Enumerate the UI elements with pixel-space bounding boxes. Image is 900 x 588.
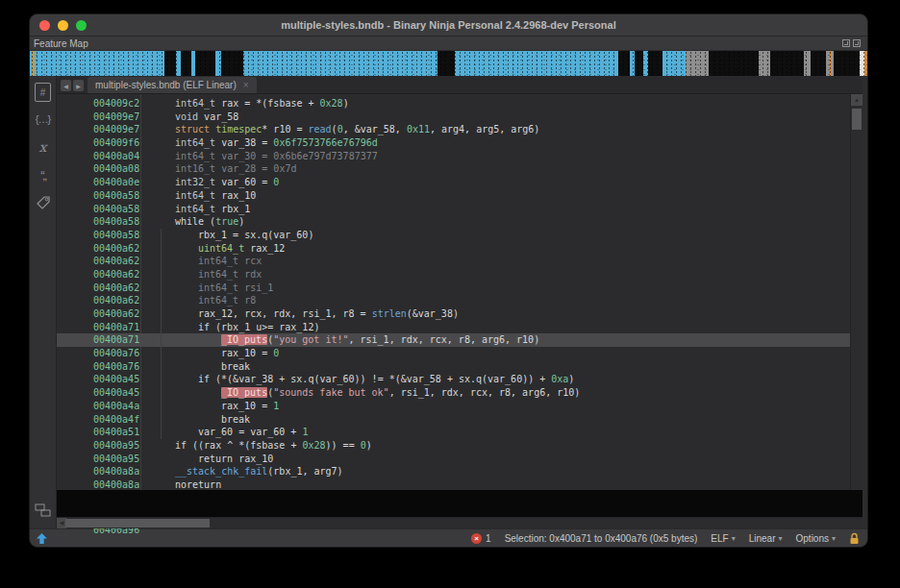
code-line[interactable]: 00400a58while (true) xyxy=(57,215,850,229)
code-line[interactable]: 00400a8anoreturn xyxy=(57,478,850,490)
code-token: 1 xyxy=(273,401,279,411)
tab-bar: ◀ ▶ multiple-styles.bndb (ELF Linear) × xyxy=(57,76,862,94)
scope-guide xyxy=(161,413,162,427)
code-token: timespec xyxy=(215,124,262,135)
code-line[interactable]: 00400a71if (rbx_1 u>= rax_12) xyxy=(57,321,850,334)
feature-map-band xyxy=(215,51,221,76)
code-line[interactable]: 00400a4arax_10 = 1 xyxy=(57,400,850,413)
feature-map-expand-icon[interactable] xyxy=(853,39,861,47)
code-line[interactable]: 004009e7struct timespec* r10 = read(0, &… xyxy=(57,123,850,136)
code-line[interactable]: 00400a58int64_t rax_10 xyxy=(57,189,850,203)
feature-map-popout-icon[interactable] xyxy=(842,39,850,47)
minimize-window-button[interactable] xyxy=(58,20,68,31)
code-token: uint64_t xyxy=(198,243,250,254)
code-token: 0x6f7573766e76796d xyxy=(273,137,377,148)
feature-map-band xyxy=(830,51,832,76)
line-address: 00400a51 xyxy=(93,426,139,439)
code-line[interactable]: 00400a76break xyxy=(57,360,850,374)
horizontal-scrollbar-thumb[interactable] xyxy=(65,519,210,527)
sidebar-toggle-arrow[interactable] xyxy=(36,532,48,545)
code-line[interactable]: 004009c2int64_t rax = *(fsbase + 0x28) xyxy=(57,97,850,110)
selection-info: Selection: 0x400a71 to 0x400a76 (0x5 byt… xyxy=(505,533,698,544)
horizontal-scrollbar[interactable]: ◀ xyxy=(57,517,862,528)
format-dropdown[interactable]: ELF ▾ xyxy=(711,533,735,544)
code-line[interactable]: 00400a08int16_t var_28 = 0x7d xyxy=(57,162,850,176)
tags-icon[interactable] xyxy=(33,192,54,213)
line-address: 00400a45 xyxy=(93,373,139,386)
code-token: int64_t xyxy=(175,151,221,161)
code-line[interactable]: 00400a51var_60 = var_60 + 1 xyxy=(57,426,850,439)
tab-close-icon[interactable]: × xyxy=(243,80,249,90)
feature-map-band xyxy=(864,51,867,76)
code-line[interactable]: 00400a62int64_t rcx xyxy=(57,255,850,268)
vertical-scrollbar-thumb[interactable] xyxy=(852,109,862,130)
code-line[interactable]: 00400a04int64_t var_30 = 0x6b6e797d73787… xyxy=(57,150,850,163)
code-line[interactable]: 00400a62rax_12, rcx, rdx, rsi_1, r8 = st… xyxy=(57,307,850,321)
code-line[interactable]: 00400a95return rax_10 xyxy=(57,453,850,466)
feature-map-band xyxy=(191,51,195,76)
view-dropdown[interactable]: Linear ▾ xyxy=(749,533,783,544)
code-line[interactable]: 00400a62int64_t rsi_1 xyxy=(57,282,850,295)
tab-elf-linear[interactable]: multiple-styles.bndb (ELF Linear) × xyxy=(88,77,257,93)
error-indicator[interactable]: × 1 xyxy=(471,533,491,544)
code-line[interactable]: 004009e7void var_58 xyxy=(57,110,850,124)
highlighted-token[interactable]: _IO_puts xyxy=(221,387,267,398)
vertical-scrollbar[interactable]: ▲ xyxy=(850,94,862,490)
code-token: if ((rax ^ *(fsbase + xyxy=(175,440,302,451)
scope-guide xyxy=(161,347,162,360)
code-line[interactable]: 00400a45if (*(&var_38 + sx.q(var_60)) !=… xyxy=(57,373,850,386)
code-line[interactable]: 00400a45_IO_puts("sounds fake but ok", r… xyxy=(57,386,850,400)
code-token: 0x6b6e797d73787377 xyxy=(273,151,377,161)
strings-icon[interactable]: “„ xyxy=(33,164,54,185)
line-address: 00400a58 xyxy=(93,189,139,203)
code-token: var_28 = xyxy=(221,163,273,174)
highlighted-token[interactable]: _IO_puts xyxy=(221,334,267,345)
line-address: 00400a0e xyxy=(93,176,139,189)
back-arrow-icon: ◀ xyxy=(63,83,68,89)
mini-graph-icon[interactable] xyxy=(33,500,54,521)
code-token: int64_t xyxy=(175,204,221,214)
feature-map-band xyxy=(770,51,804,76)
options-dropdown[interactable]: Options ▾ xyxy=(796,533,836,544)
close-window-button[interactable] xyxy=(39,20,50,31)
nav-back-button[interactable]: ◀ xyxy=(61,80,71,91)
variables-icon[interactable]: x xyxy=(33,136,54,158)
code-token: (&var_38) xyxy=(407,308,459,319)
feature-map[interactable] xyxy=(30,51,867,76)
scope-guide xyxy=(161,386,162,400)
code-token: int64_t xyxy=(198,282,244,293)
code-line[interactable]: 00400a71_IO_puts("you got it!", rsi_1, r… xyxy=(57,333,850,347)
code-line[interactable]: 00400a95if ((rax ^ *(fsbase + 0x28)) == … xyxy=(57,439,850,453)
code-line[interactable]: 00400a76rax_10 = 0 xyxy=(57,347,850,360)
feature-map-band xyxy=(709,51,759,76)
line-address: 004009c2 xyxy=(93,97,139,110)
code-token: var_60 = var_60 + xyxy=(198,427,302,437)
code-line[interactable]: 00400a62int64_t rdx xyxy=(57,268,850,282)
code-token: rax_12 xyxy=(250,243,285,254)
lock-icon[interactable] xyxy=(849,532,860,545)
scroll-up-button[interactable]: ▲ xyxy=(851,94,862,106)
hex-dump-row[interactable]: 00400a96 66 2e-0f 1f 84 00 00 00 00 00 f… xyxy=(57,490,862,517)
code-line[interactable]: 00400a62uint64_t rax_12 xyxy=(57,242,850,256)
feature-map-band xyxy=(834,51,860,76)
code-token: int64_t xyxy=(175,137,221,148)
code-line[interactable]: 00400a8a__stack_chk_fail(rbx_1, arg7) xyxy=(57,465,850,478)
code-token: rbx_1 = sx.q(var_60) xyxy=(198,230,313,240)
scope-guide xyxy=(161,373,162,386)
code-token: r8 xyxy=(244,295,256,306)
code-line[interactable]: 00400a62int64_t r8 xyxy=(57,294,850,307)
quotes-glyph: “„ xyxy=(40,168,45,183)
cross-references-icon[interactable]: # xyxy=(35,83,51,102)
nav-forward-button[interactable]: ▶ xyxy=(73,80,84,91)
code-line[interactable]: 004009f6int64_t var_38 = 0x6f7573766e767… xyxy=(57,136,850,150)
code-line[interactable]: 00400a4fbreak xyxy=(57,413,850,427)
code-line[interactable]: 00400a0eint32_t var_60 = 0 xyxy=(57,176,850,189)
zoom-window-button[interactable] xyxy=(76,20,87,31)
types-icon[interactable]: {…} xyxy=(33,109,54,130)
line-address: 00400a58 xyxy=(93,203,139,216)
scope-guide xyxy=(161,321,162,334)
code-token: , &var_58, xyxy=(343,124,407,135)
code-token: ) xyxy=(366,440,372,451)
code-line[interactable]: 00400a58int64_t rbx_1 xyxy=(57,203,850,216)
code-line[interactable]: 00400a58rbx_1 = sx.q(var_60) xyxy=(57,229,850,242)
